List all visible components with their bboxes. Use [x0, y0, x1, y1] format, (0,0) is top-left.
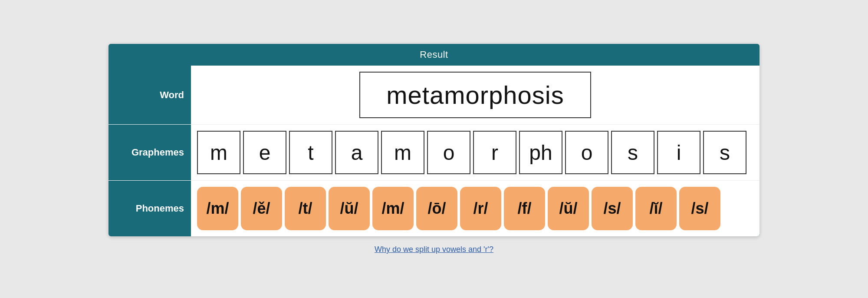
- graphemes-content: metamorphosis: [191, 125, 760, 180]
- phoneme-item: /r/: [460, 187, 501, 230]
- phoneme-item: /f/: [504, 187, 545, 230]
- phoneme-item: /ě/: [241, 187, 282, 230]
- graphemes-row: Graphemes metamorphosis: [108, 125, 760, 181]
- phonemes-list: /m//ě//t//ŭ//m//ō//r//f//ŭ//s//ĭ//s/: [197, 187, 720, 230]
- result-panel: Result Word metamorphosis Graphemes meta…: [108, 44, 760, 236]
- word-display: metamorphosis: [359, 72, 591, 118]
- grapheme-item: o: [427, 131, 470, 174]
- word-content: metamorphosis: [191, 66, 760, 124]
- word-label: Word: [108, 66, 191, 124]
- grapheme-item: s: [703, 131, 746, 174]
- phoneme-item: /ō/: [416, 187, 457, 230]
- outer-wrapper: Result Word metamorphosis Graphemes meta…: [100, 35, 768, 263]
- phoneme-item: /ĭ/: [635, 187, 677, 230]
- phonemes-row: Phonemes /m//ě//t//ŭ//m//ō//r//f//ŭ//s//…: [108, 181, 760, 236]
- phoneme-item: /m/: [197, 187, 238, 230]
- phonemes-content: /m//ě//t//ŭ//m//ō//r//f//ŭ//s//ĭ//s/: [191, 181, 760, 236]
- graphemes-list: metamorphosis: [197, 131, 746, 174]
- result-title: Result: [420, 49, 448, 60]
- grapheme-item: e: [243, 131, 286, 174]
- phoneme-item: /s/: [679, 187, 720, 230]
- phoneme-item: /t/: [285, 187, 326, 230]
- grapheme-item: t: [289, 131, 332, 174]
- panel-body: Word metamorphosis Graphemes metamorphos…: [108, 66, 760, 236]
- phoneme-item: /ŭ/: [548, 187, 589, 230]
- grapheme-item: ph: [519, 131, 562, 174]
- word-row: Word metamorphosis: [108, 66, 760, 125]
- grapheme-item: r: [473, 131, 516, 174]
- grapheme-item: m: [381, 131, 424, 174]
- phoneme-item: /ŭ/: [329, 187, 370, 230]
- grapheme-item: a: [335, 131, 378, 174]
- grapheme-item: s: [611, 131, 654, 174]
- phoneme-item: /m/: [372, 187, 414, 230]
- vowels-link[interactable]: Why do we split up vowels and 'r'?: [375, 245, 493, 254]
- phoneme-item: /s/: [592, 187, 633, 230]
- result-header: Result: [108, 44, 760, 66]
- phonemes-label: Phonemes: [108, 181, 191, 236]
- link-row: Why do we split up vowels and 'r'?: [108, 245, 760, 254]
- grapheme-item: i: [657, 131, 700, 174]
- grapheme-item: m: [197, 131, 240, 174]
- grapheme-item: o: [565, 131, 608, 174]
- graphemes-label: Graphemes: [108, 125, 191, 180]
